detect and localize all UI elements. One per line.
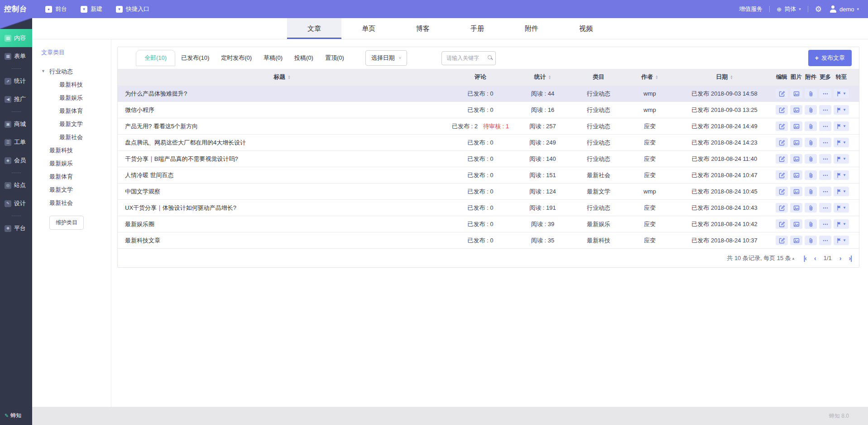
maintain-categories-button[interactable]: 维护类目 [49,216,84,230]
category-item[interactable]: 最新文学 [41,117,111,130]
image-icon[interactable] [790,203,802,212]
action-header-编辑[interactable]: 编辑 [776,73,788,81]
topbar-menu-item[interactable]: ● 前台 [38,0,74,18]
sidebar-item-统计[interactable]: ⇗ 统计 [0,72,32,90]
module-tab-单页[interactable]: 单页 [341,18,396,39]
prev-page-button[interactable]: ‹ [814,255,816,262]
attachment-icon[interactable] [805,89,817,98]
vas-link[interactable]: 增值服务 [739,5,762,13]
more-icon[interactable] [819,236,831,245]
goto-flag-icon[interactable]: ▼ [834,154,849,164]
topbar-menu-item[interactable]: ▼ 新建 [74,0,109,18]
sidebar-item-会员[interactable]: ◈ 会员 [0,151,32,169]
category-item[interactable]: 最新社会 [41,196,111,209]
sidebar-item-推广[interactable]: ◀ 推广 [0,90,32,108]
user-menu[interactable]: demo ▾ [830,5,859,13]
module-tab-博客[interactable]: 博客 [396,18,450,39]
last-page-button[interactable]: ›| [849,255,852,262]
language-switcher[interactable]: ⊕ 简体 ▾ [777,5,801,13]
more-icon[interactable] [819,187,831,196]
article-title-link[interactable]: 微信小程序 [118,102,446,118]
action-header-转至[interactable]: 转至 [834,73,849,81]
edit-icon[interactable] [776,105,788,115]
category-item[interactable]: 最新社会 [41,130,111,144]
gear-icon[interactable]: ⚙ [815,5,822,13]
edit-icon[interactable] [776,187,788,196]
date-filter-button[interactable]: 选择日期 ˅ [365,50,407,66]
image-icon[interactable] [790,236,802,245]
status-filter-tab[interactable]: 投稿(0) [288,50,319,66]
module-tab-手册[interactable]: 手册 [450,18,504,39]
status-filter-tab[interactable]: 定时发布(0) [215,50,258,66]
attachment-icon[interactable] [805,219,817,229]
goto-flag-icon[interactable]: ▼ [834,219,849,229]
goto-flag-icon[interactable]: ▼ [834,105,849,115]
category-item[interactable]: 最新娱乐 [41,91,111,104]
edit-icon[interactable] [776,138,788,147]
attachment-icon[interactable] [805,236,817,245]
image-icon[interactable] [790,105,802,115]
category-panel-title[interactable]: 文章类目 [41,48,111,57]
article-title-link[interactable]: 为什么产品体验难提升? [118,86,446,101]
more-icon[interactable] [819,138,831,147]
attachment-icon[interactable] [805,203,817,212]
category-item[interactable]: 最新文学 [41,183,111,196]
sidebar-item-商城[interactable]: ▣ 商城 [0,115,32,133]
column-header-stats[interactable]: 统计 ▲▼ [514,73,571,81]
category-item[interactable]: 最新科技 [41,144,111,157]
article-title-link[interactable]: 干货分享｜B端产品真的不需要视觉设计吗? [118,151,446,167]
goto-flag-icon[interactable]: ▼ [834,170,849,180]
article-title-link[interactable]: 产品无用? 看看这5个新方向 [118,118,446,134]
goto-flag-icon[interactable]: ▼ [834,121,849,131]
more-icon[interactable] [819,203,831,212]
publish-article-button[interactable]: + 发布文章 [808,50,852,66]
category-item[interactable]: 最新科技 [41,78,111,91]
category-item[interactable]: 最新体育 [41,170,111,183]
more-icon[interactable] [819,89,831,98]
sidebar-item-工单[interactable]: ☰ 工单 [0,133,32,151]
next-page-button[interactable]: › [839,255,841,262]
article-title-link[interactable]: UX干货分享｜体验设计如何驱动产品增长? [118,200,446,216]
more-icon[interactable] [819,170,831,180]
more-icon[interactable] [819,121,831,131]
image-icon[interactable] [790,89,802,98]
more-icon[interactable] [819,105,831,115]
module-tab-附件[interactable]: 附件 [504,18,559,39]
image-icon[interactable] [790,138,802,147]
per-page-caret-icon[interactable]: ▴ [792,256,795,261]
edit-icon[interactable] [776,89,788,98]
goto-flag-icon[interactable]: ▼ [834,89,849,98]
attachment-icon[interactable] [805,105,817,115]
edit-icon[interactable] [776,236,788,245]
edit-icon[interactable] [776,121,788,131]
image-icon[interactable] [790,121,802,131]
sidebar-item-设计[interactable]: ✎ 设计 [0,194,32,212]
goto-flag-icon[interactable]: ▼ [834,138,849,147]
image-icon[interactable] [790,187,802,196]
search-icon[interactable] [488,55,492,59]
attachment-icon[interactable] [805,187,817,196]
edit-icon[interactable] [776,170,788,180]
goto-flag-icon[interactable]: ▼ [834,203,849,212]
edit-icon[interactable] [776,219,788,229]
more-icon[interactable] [819,154,831,164]
status-filter-tab[interactable]: 草稿(0) [258,50,288,66]
sidebar-item-内容[interactable]: ▤ 内容 [0,29,32,47]
image-icon[interactable] [790,170,802,180]
more-icon[interactable] [819,219,831,229]
status-filter-tab[interactable]: 已发布(10) [175,50,215,66]
sidebar-item-平台[interactable]: ❖ 平台 [0,219,32,237]
action-header-附件[interactable]: 附件 [805,73,817,81]
edit-icon[interactable] [776,154,788,164]
action-header-更多[interactable]: 更多 [819,73,831,81]
attachment-icon[interactable] [805,170,817,180]
status-filter-tab[interactable]: 置顶(0) [319,50,350,66]
sidebar-item-站点[interactable]: ◎ 站点 [0,176,32,194]
article-title-link[interactable]: 盘点腾讯、网易这些大厂都在用的4大增长设计 [118,135,446,150]
image-icon[interactable] [790,219,802,229]
goto-flag-icon[interactable]: ▼ [834,187,849,196]
status-filter-tab[interactable]: 全部(10) [136,50,175,66]
column-header-date[interactable]: 日期 ▲▼ [673,73,776,81]
attachment-icon[interactable] [805,154,817,164]
first-page-button[interactable]: |‹ [803,255,806,262]
